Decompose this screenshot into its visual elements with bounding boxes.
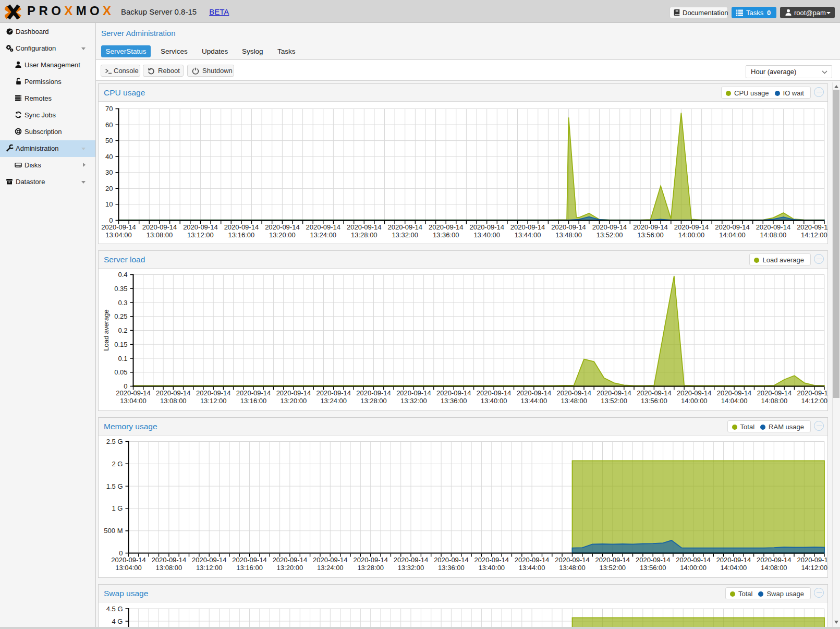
svg-text:2020-09-14: 2020-09-14 [356, 389, 391, 397]
svg-text:13:56:00: 13:56:00 [641, 397, 667, 405]
svg-text:13:36:00: 13:36:00 [441, 397, 467, 405]
svg-text:13:56:00: 13:56:00 [640, 564, 666, 572]
svg-text:2020-09-14: 2020-09-14 [276, 389, 311, 397]
svg-text:14:12:00: 14:12:00 [801, 231, 827, 239]
svg-text:2020-09-14: 2020-09-14 [316, 389, 351, 397]
svg-text:13:40:00: 13:40:00 [473, 231, 500, 239]
svg-text:0.25: 0.25 [114, 312, 127, 320]
svg-text:13:32:00: 13:32:00 [398, 564, 424, 572]
svg-text:2020-09-14: 2020-09-14 [636, 556, 671, 564]
svg-text:2020-09-14: 2020-09-14 [477, 389, 512, 397]
svg-text:13:16:00: 13:16:00 [240, 397, 267, 405]
svg-text:13:40:00: 13:40:00 [481, 397, 507, 405]
svg-text:2020-09-14: 2020-09-14 [101, 223, 136, 231]
svg-text:13:12:00: 13:12:00 [196, 564, 223, 572]
svg-text:2020-09-14: 2020-09-14 [757, 556, 792, 564]
svg-text:13:24:00: 13:24:00 [310, 231, 336, 239]
svg-text:13:56:00: 13:56:00 [637, 231, 664, 239]
svg-text:14:04:00: 14:04:00 [721, 564, 747, 572]
svg-text:10: 10 [105, 200, 113, 208]
svg-text:2020-09-14: 2020-09-14 [551, 223, 586, 231]
svg-text:2020-09-14: 2020-09-14 [515, 556, 550, 564]
svg-text:13:04:00: 13:04:00 [120, 397, 147, 405]
svg-text:40: 40 [105, 153, 113, 161]
svg-text:0.05: 0.05 [114, 368, 127, 376]
svg-text:13:28:00: 13:28:00 [357, 564, 384, 572]
svg-text:2020-09-14: 2020-09-14 [387, 223, 422, 231]
svg-text:60: 60 [105, 121, 113, 129]
svg-text:2020-09-14: 2020-09-14 [142, 223, 177, 231]
svg-text:14:00:00: 14:00:00 [681, 397, 708, 405]
svg-text:13:24:00: 13:24:00 [317, 564, 344, 572]
svg-text:2020-09-14: 2020-09-14 [717, 389, 752, 397]
svg-text:2020-09-14: 2020-09-14 [592, 223, 627, 231]
svg-text:0.2: 0.2 [118, 326, 127, 334]
svg-text:1 G: 1 G [112, 504, 123, 512]
svg-text:4 G: 4 G [112, 618, 123, 625]
svg-text:2020-09-14: 2020-09-14 [232, 556, 267, 564]
svg-text:2020-09-14: 2020-09-14 [756, 223, 791, 231]
svg-text:500 M: 500 M [104, 527, 123, 535]
svg-text:2020-09-14: 2020-09-14 [517, 389, 552, 397]
svg-text:13:44:00: 13:44:00 [515, 231, 541, 239]
svg-text:14:00:00: 14:00:00 [678, 231, 705, 239]
svg-text:2020-09-14: 2020-09-14 [715, 223, 750, 231]
svg-text:2020-09-14: 2020-09-14 [192, 556, 227, 564]
svg-text:2020-09-14: 2020-09-14 [347, 223, 382, 231]
svg-text:2020-09-14: 2020-09-14 [313, 556, 348, 564]
svg-text:70: 70 [105, 105, 113, 113]
svg-text:13:24:00: 13:24:00 [320, 397, 347, 405]
svg-text:2 G: 2 G [112, 460, 123, 468]
svg-text:13:36:00: 13:36:00 [438, 564, 465, 572]
svg-text:2020-09-14: 2020-09-14 [676, 556, 711, 564]
svg-text:14:04:00: 14:04:00 [721, 397, 748, 405]
svg-text:0.3: 0.3 [118, 299, 127, 307]
svg-text:2020-09-14: 2020-09-14 [757, 389, 792, 397]
svg-text:13:52:00: 13:52:00 [599, 564, 626, 572]
svg-text:2020-09-14: 2020-09-14 [633, 223, 668, 231]
svg-text:13:32:00: 13:32:00 [392, 231, 418, 239]
svg-text:2020-09-14: 2020-09-14 [797, 223, 828, 231]
svg-text:4.5 G: 4.5 G [106, 605, 123, 613]
svg-text:0.35: 0.35 [114, 285, 127, 293]
svg-text:2020-09-14: 2020-09-14 [474, 556, 509, 564]
svg-text:13:44:00: 13:44:00 [519, 564, 545, 572]
svg-text:2020-09-14: 2020-09-14 [674, 223, 709, 231]
svg-text:2020-09-14: 2020-09-14 [273, 556, 308, 564]
svg-text:2020-09-14: 2020-09-14 [224, 223, 259, 231]
svg-text:13:08:00: 13:08:00 [156, 564, 182, 572]
svg-text:13:04:00: 13:04:00 [105, 231, 132, 239]
svg-text:13:44:00: 13:44:00 [521, 397, 547, 405]
svg-text:2020-09-14: 2020-09-14 [637, 389, 672, 397]
svg-text:14:08:00: 14:08:00 [761, 564, 787, 572]
svg-text:2020-09-14: 2020-09-14 [556, 389, 591, 397]
svg-text:2020-09-14: 2020-09-14 [677, 389, 712, 397]
svg-text:2020-09-14: 2020-09-14 [183, 223, 218, 231]
svg-text:2020-09-14: 2020-09-14 [429, 223, 464, 231]
svg-text:13:12:00: 13:12:00 [187, 231, 214, 239]
svg-text:13:48:00: 13:48:00 [561, 397, 587, 405]
svg-text:13:48:00: 13:48:00 [559, 564, 586, 572]
svg-text:13:20:00: 13:20:00 [277, 564, 303, 572]
svg-text:2020-09-14: 2020-09-14 [555, 556, 590, 564]
svg-text:13:52:00: 13:52:00 [601, 397, 627, 405]
svg-text:50: 50 [105, 137, 113, 144]
svg-text:2020-09-14: 2020-09-14 [265, 223, 300, 231]
svg-text:14:08:00: 14:08:00 [761, 397, 788, 405]
svg-text:0.4: 0.4 [118, 271, 127, 279]
svg-text:13:32:00: 13:32:00 [400, 397, 427, 405]
svg-text:13:48:00: 13:48:00 [555, 231, 582, 239]
svg-text:2020-09-14: 2020-09-14 [306, 223, 341, 231]
svg-text:13:20:00: 13:20:00 [281, 397, 307, 405]
svg-text:13:08:00: 13:08:00 [160, 397, 187, 405]
svg-text:2020-09-14: 2020-09-14 [469, 223, 504, 231]
svg-text:2020-09-14: 2020-09-14 [510, 223, 545, 231]
svg-text:13:12:00: 13:12:00 [200, 397, 227, 405]
svg-text:13:40:00: 13:40:00 [478, 564, 505, 572]
svg-text:2020-09-14: 2020-09-14 [596, 389, 631, 397]
svg-text:2020-09-14: 2020-09-14 [111, 556, 146, 564]
svg-text:14:08:00: 14:08:00 [760, 231, 787, 239]
svg-text:2020-09-14: 2020-09-14 [797, 389, 828, 397]
svg-text:13:52:00: 13:52:00 [596, 231, 623, 239]
svg-text:0.1: 0.1 [118, 355, 127, 362]
